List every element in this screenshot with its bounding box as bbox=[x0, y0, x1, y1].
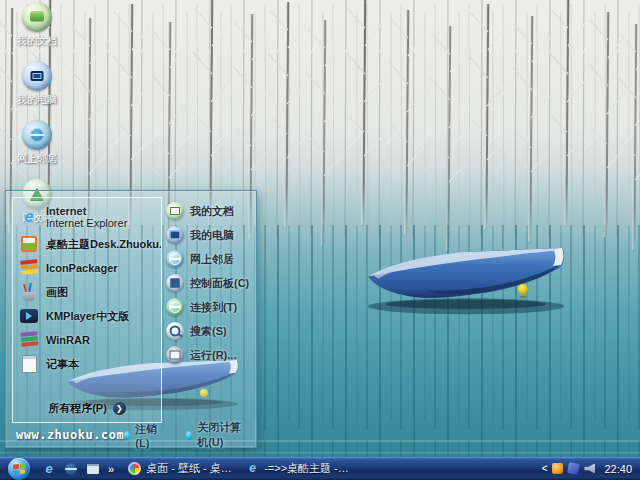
desktop-icon-label: 网上邻居 bbox=[17, 152, 57, 166]
internet-explorer-icon: e bbox=[19, 207, 39, 227]
desktop-icon-network-places[interactable]: 网上邻居 bbox=[0, 120, 74, 166]
start-menu-item-iconpackager[interactable]: IconPackager bbox=[19, 256, 161, 280]
my-computer-icon bbox=[166, 226, 184, 244]
log-off-button[interactable]: 注销(L) bbox=[124, 422, 160, 449]
my-documents-icon bbox=[22, 2, 52, 32]
browser-globe-quicklaunch-icon[interactable] bbox=[64, 462, 78, 476]
desktop: 我的文档 我的电脑 网上邻居 回收站 e Internet Internet E… bbox=[0, 0, 640, 480]
windows-flag-icon bbox=[13, 463, 25, 474]
item-title: Internet bbox=[46, 205, 127, 217]
start-button[interactable] bbox=[8, 458, 30, 480]
start-menu-places-panel: 我的文档 我的电脑 网上邻居 控制面板(C) 连接到(T) 搜索(S) bbox=[166, 201, 254, 365]
system-tray: < 22:40 bbox=[542, 463, 640, 475]
start-menu-item-run[interactable]: 运行(R)... bbox=[166, 345, 254, 365]
connect-to-icon bbox=[166, 298, 184, 316]
control-panel-icon bbox=[166, 274, 184, 292]
start-menu-item-my-computer[interactable]: 我的电脑 bbox=[166, 225, 254, 245]
zhuoku-watermark: www.zhuoku.com bbox=[16, 428, 124, 442]
start-menu-item-internet-explorer[interactable]: e Internet Internet Explorer bbox=[19, 202, 161, 232]
network-places-icon bbox=[22, 120, 52, 150]
desktop-icon-my-computer[interactable]: 我的电脑 bbox=[0, 61, 74, 107]
start-menu-item-search[interactable]: 搜索(S) bbox=[166, 321, 254, 341]
desktop-icon-my-documents[interactable]: 我的文档 bbox=[0, 2, 74, 48]
internet-explorer-icon: e bbox=[246, 462, 259, 475]
item-subtitle: Internet Explorer bbox=[46, 217, 127, 229]
start-menu-item-network-places[interactable]: 网上邻居 bbox=[166, 249, 254, 269]
start-menu-item-paint[interactable]: 画图 bbox=[19, 280, 161, 304]
run-icon bbox=[166, 346, 184, 364]
all-programs-button[interactable]: 所有程序(P) ❯ bbox=[13, 401, 161, 416]
start-menu-footer: www.zhuoku.com 注销(L) 关闭计算机(U) bbox=[16, 427, 246, 443]
start-menu-item-control-panel[interactable]: 控制面板(C) bbox=[166, 273, 254, 293]
iconpackager-icon bbox=[19, 258, 39, 278]
desktop-icon-label: 我的文档 bbox=[17, 34, 57, 48]
notepad-icon bbox=[19, 354, 39, 374]
my-documents-icon bbox=[166, 202, 184, 220]
start-menu-item-winrar[interactable]: WinRAR bbox=[19, 328, 161, 352]
volume-tray-icon[interactable] bbox=[584, 463, 595, 474]
winrar-icon bbox=[19, 330, 39, 350]
tray-collapse-chevron[interactable]: < bbox=[542, 463, 548, 474]
start-menu-item-kmplayer[interactable]: KMPlayer中文版 bbox=[19, 304, 161, 328]
start-menu-item-notepad[interactable]: 记事本 bbox=[19, 352, 161, 376]
kmplayer-icon bbox=[19, 306, 39, 326]
taskbar-task-ie-window[interactable]: e -=>>桌酷主题 - Mic... bbox=[246, 461, 350, 476]
network-places-icon bbox=[166, 250, 184, 268]
show-desktop-quicklaunch-icon[interactable] bbox=[86, 462, 100, 476]
quick-launch-bar: e » bbox=[42, 462, 114, 476]
turn-off-icon bbox=[186, 431, 192, 440]
my-computer-icon bbox=[22, 61, 52, 91]
turn-off-computer-button[interactable]: 关闭计算机(U) bbox=[186, 420, 246, 450]
start-menu-item-my-documents[interactable]: 我的文档 bbox=[166, 201, 254, 221]
taskbar-task-wallpaper-window[interactable]: 桌面 - 壁纸 - 桌酷壁... bbox=[128, 461, 232, 476]
all-programs-arrow-icon: ❯ bbox=[113, 402, 126, 415]
zhuoku-theme-icon bbox=[19, 234, 39, 254]
log-off-icon bbox=[124, 431, 130, 440]
paint-icon bbox=[19, 282, 39, 302]
blue-app-tray-icon[interactable] bbox=[567, 462, 580, 475]
taskbar: e » 桌面 - 壁纸 - 桌酷壁... e -=>>桌酷主题 - Mic...… bbox=[0, 457, 640, 480]
search-icon bbox=[166, 322, 184, 340]
start-menu-item-zhuoku-theme[interactable]: 桌酷主题Desk.Zhuoku.Com bbox=[19, 232, 161, 256]
desktop-icon-label: 我的电脑 bbox=[17, 93, 57, 107]
start-menu: e Internet Internet Explorer 桌酷主题Desk.Zh… bbox=[5, 190, 257, 448]
orange-app-tray-icon[interactable] bbox=[552, 463, 563, 474]
quicklaunch-overflow-chevron[interactable]: » bbox=[108, 463, 114, 475]
internet-explorer-quicklaunch-icon[interactable]: e bbox=[42, 462, 56, 476]
start-menu-pinned-panel: e Internet Internet Explorer 桌酷主题Desk.Zh… bbox=[12, 197, 162, 423]
start-menu-item-connect-to[interactable]: 连接到(T) bbox=[166, 297, 254, 317]
taskbar-clock[interactable]: 22:40 bbox=[604, 463, 632, 475]
image-viewer-icon bbox=[128, 462, 141, 475]
